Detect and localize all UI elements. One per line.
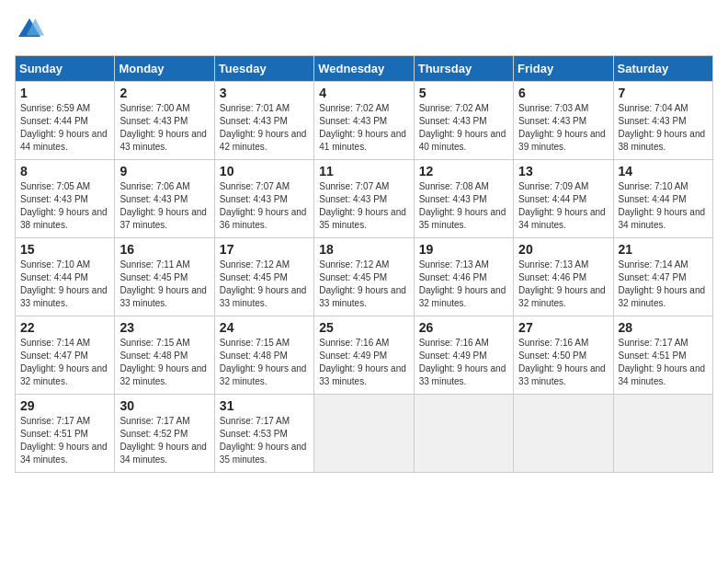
day-info: Sunrise: 7:17 AMSunset: 4:51 PMDaylight:… (20, 416, 108, 465)
day-info: Sunrise: 7:14 AMSunset: 4:47 PMDaylight:… (619, 259, 706, 308)
day-number: 12 (419, 164, 508, 178)
day-info: Sunrise: 7:15 AMSunset: 4:48 PMDaylight:… (220, 338, 307, 386)
table-row (414, 395, 513, 473)
day-of-week-wednesday: Wednesday (314, 56, 414, 82)
calendar-table: SundayMondayTuesdayWednesdayThursdayFrid… (15, 55, 713, 473)
logo-icon (15, 15, 44, 44)
day-info: Sunrise: 7:02 AMSunset: 4:43 PMDaylight:… (419, 103, 506, 152)
day-number: 28 (619, 320, 708, 335)
table-row: 13Sunrise: 7:09 AMSunset: 4:44 PMDayligh… (514, 160, 613, 238)
day-number: 16 (119, 242, 209, 257)
day-number: 7 (619, 86, 708, 100)
day-number: 8 (20, 164, 109, 178)
day-number: 20 (518, 242, 608, 257)
day-number: 18 (319, 242, 408, 257)
day-number: 17 (220, 242, 309, 257)
day-info: Sunrise: 7:01 AMSunset: 4:43 PMDaylight:… (220, 103, 307, 152)
day-info: Sunrise: 7:02 AMSunset: 4:43 PMDaylight:… (319, 103, 406, 152)
table-row: 3Sunrise: 7:01 AMSunset: 4:43 PMDaylight… (214, 82, 313, 160)
day-number: 9 (119, 164, 209, 178)
day-number: 31 (220, 398, 309, 413)
table-row: 10Sunrise: 7:07 AMSunset: 4:43 PMDayligh… (214, 160, 313, 238)
table-row: 2Sunrise: 7:00 AMSunset: 4:43 PMDaylight… (115, 82, 214, 160)
day-number: 27 (518, 320, 608, 335)
day-of-week-monday: Monday (115, 56, 214, 82)
table-row: 21Sunrise: 7:14 AMSunset: 4:47 PMDayligh… (613, 238, 712, 316)
day-info: Sunrise: 7:03 AMSunset: 4:43 PMDaylight:… (518, 103, 606, 152)
table-row: 11Sunrise: 7:07 AMSunset: 4:43 PMDayligh… (314, 160, 414, 238)
day-number: 2 (119, 86, 209, 100)
day-number: 29 (20, 398, 109, 413)
day-number: 21 (619, 242, 708, 257)
table-row: 27Sunrise: 7:16 AMSunset: 4:50 PMDayligh… (514, 316, 613, 395)
table-row: 6Sunrise: 7:03 AMSunset: 4:43 PMDaylight… (514, 82, 613, 160)
day-number: 15 (20, 242, 109, 257)
day-info: Sunrise: 7:14 AMSunset: 4:47 PMDaylight:… (20, 338, 108, 386)
day-number: 14 (619, 164, 708, 178)
page-header (15, 15, 713, 44)
day-number: 10 (220, 164, 309, 178)
day-info: Sunrise: 7:08 AMSunset: 4:43 PMDaylight:… (419, 181, 506, 230)
day-of-week-thursday: Thursday (414, 56, 513, 82)
day-number: 3 (220, 86, 309, 100)
table-row: 29Sunrise: 7:17 AMSunset: 4:51 PMDayligh… (16, 395, 115, 473)
table-row: 15Sunrise: 7:10 AMSunset: 4:44 PMDayligh… (16, 238, 115, 316)
table-row (314, 395, 414, 473)
table-row: 14Sunrise: 7:10 AMSunset: 4:44 PMDayligh… (613, 160, 712, 238)
day-info: Sunrise: 7:05 AMSunset: 4:43 PMDaylight:… (20, 181, 108, 230)
table-row: 23Sunrise: 7:15 AMSunset: 4:48 PMDayligh… (115, 316, 214, 395)
day-info: Sunrise: 7:07 AMSunset: 4:43 PMDaylight:… (220, 181, 307, 230)
day-info: Sunrise: 7:06 AMSunset: 4:43 PMDaylight:… (119, 181, 207, 230)
day-number: 25 (319, 320, 408, 335)
day-number: 5 (419, 86, 508, 100)
day-info: Sunrise: 7:12 AMSunset: 4:45 PMDaylight:… (220, 259, 307, 308)
table-row: 17Sunrise: 7:12 AMSunset: 4:45 PMDayligh… (214, 238, 313, 316)
day-number: 13 (518, 164, 608, 178)
day-info: Sunrise: 7:09 AMSunset: 4:44 PMDaylight:… (518, 181, 606, 230)
day-info: Sunrise: 7:00 AMSunset: 4:43 PMDaylight:… (119, 103, 207, 152)
day-number: 6 (518, 86, 608, 100)
day-info: Sunrise: 7:13 AMSunset: 4:46 PMDaylight:… (419, 259, 506, 308)
day-number: 19 (419, 242, 508, 257)
day-info: Sunrise: 7:16 AMSunset: 4:50 PMDaylight:… (518, 338, 606, 386)
day-number: 11 (319, 164, 408, 178)
table-row: 8Sunrise: 7:05 AMSunset: 4:43 PMDaylight… (16, 160, 115, 238)
day-number: 26 (419, 320, 508, 335)
day-info: Sunrise: 7:16 AMSunset: 4:49 PMDaylight:… (319, 338, 406, 386)
day-info: Sunrise: 7:04 AMSunset: 4:43 PMDaylight:… (619, 103, 706, 152)
table-row: 20Sunrise: 7:13 AMSunset: 4:46 PMDayligh… (514, 238, 613, 316)
table-row: 26Sunrise: 7:16 AMSunset: 4:49 PMDayligh… (414, 316, 513, 395)
day-number: 1 (20, 86, 109, 100)
day-number: 24 (220, 320, 309, 335)
day-info: Sunrise: 7:11 AMSunset: 4:45 PMDaylight:… (119, 259, 207, 308)
table-row: 18Sunrise: 7:12 AMSunset: 4:45 PMDayligh… (314, 238, 414, 316)
day-number: 23 (119, 320, 209, 335)
day-info: Sunrise: 7:16 AMSunset: 4:49 PMDaylight:… (419, 338, 506, 386)
day-info: Sunrise: 7:07 AMSunset: 4:43 PMDaylight:… (319, 181, 406, 230)
day-number: 30 (119, 398, 209, 413)
day-of-week-sunday: Sunday (16, 56, 115, 82)
day-of-week-friday: Friday (514, 56, 613, 82)
day-number: 4 (319, 86, 408, 100)
table-row: 22Sunrise: 7:14 AMSunset: 4:47 PMDayligh… (16, 316, 115, 395)
day-info: Sunrise: 7:10 AMSunset: 4:44 PMDaylight:… (20, 259, 108, 308)
table-row: 28Sunrise: 7:17 AMSunset: 4:51 PMDayligh… (613, 316, 712, 395)
table-row: 4Sunrise: 7:02 AMSunset: 4:43 PMDaylight… (314, 82, 414, 160)
day-of-week-saturday: Saturday (613, 56, 712, 82)
day-info: Sunrise: 6:59 AMSunset: 4:44 PMDaylight:… (20, 103, 108, 152)
table-row (514, 395, 613, 473)
table-row: 5Sunrise: 7:02 AMSunset: 4:43 PMDaylight… (414, 82, 513, 160)
day-info: Sunrise: 7:17 AMSunset: 4:53 PMDaylight:… (220, 416, 307, 465)
day-info: Sunrise: 7:10 AMSunset: 4:44 PMDaylight:… (619, 181, 706, 230)
table-row: 31Sunrise: 7:17 AMSunset: 4:53 PMDayligh… (214, 395, 313, 473)
table-row: 30Sunrise: 7:17 AMSunset: 4:52 PMDayligh… (115, 395, 214, 473)
day-number: 22 (20, 320, 109, 335)
logo (15, 15, 48, 44)
table-row: 1Sunrise: 6:59 AMSunset: 4:44 PMDaylight… (16, 82, 115, 160)
table-row: 25Sunrise: 7:16 AMSunset: 4:49 PMDayligh… (314, 316, 414, 395)
day-info: Sunrise: 7:12 AMSunset: 4:45 PMDaylight:… (319, 259, 406, 308)
table-row: 24Sunrise: 7:15 AMSunset: 4:48 PMDayligh… (214, 316, 313, 395)
table-row: 16Sunrise: 7:11 AMSunset: 4:45 PMDayligh… (115, 238, 214, 316)
day-info: Sunrise: 7:13 AMSunset: 4:46 PMDaylight:… (518, 259, 606, 308)
day-of-week-tuesday: Tuesday (214, 56, 313, 82)
